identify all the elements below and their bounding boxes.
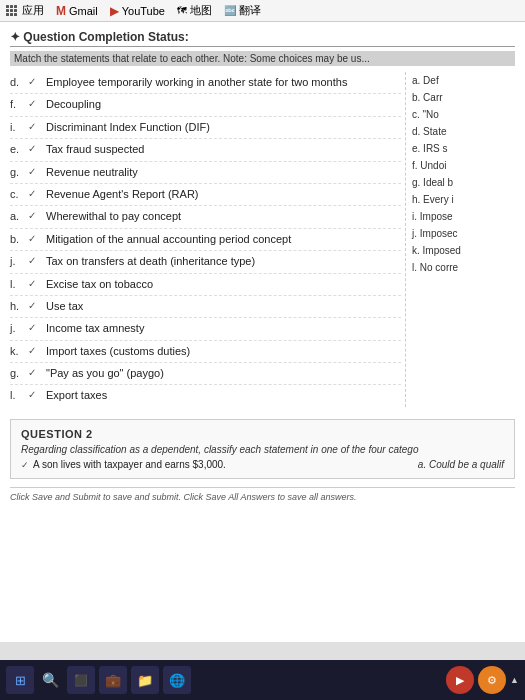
list-item: e. IRS s bbox=[412, 140, 515, 157]
question-text: Excise tax on tobacco bbox=[46, 277, 401, 292]
taskbar-app-3[interactable]: 🌐 bbox=[163, 666, 191, 694]
translate-button[interactable]: 🔤 翻译 bbox=[224, 3, 261, 18]
system-tray: ▲ bbox=[510, 675, 519, 685]
completion-header: ✦ Question Completion Status: bbox=[10, 30, 515, 47]
question-text: Decoupling bbox=[46, 97, 401, 112]
translate-icon: 🔤 bbox=[224, 5, 236, 16]
table-row: b. ✓ Mitigation of the annual accounting… bbox=[10, 229, 401, 251]
list-item: f. Undoi bbox=[412, 157, 515, 174]
taskbar-app-2[interactable]: 📁 bbox=[131, 666, 159, 694]
youtube-button[interactable]: ▶ YouTube bbox=[110, 4, 165, 18]
question2-section: QUESTION 2 Regarding classification as a… bbox=[10, 419, 515, 479]
list-item: c. "No bbox=[412, 106, 515, 123]
table-row: g. ✓ Revenue neutrality bbox=[10, 162, 401, 184]
question-text: Discriminant Index Function (DIF) bbox=[46, 120, 401, 135]
table-row: g. ✓ "Pay as you go" (paygo) bbox=[10, 363, 401, 385]
question-text: Income tax amnesty bbox=[46, 321, 401, 336]
table-row: f. ✓ Decoupling bbox=[10, 94, 401, 116]
top-taskbar: 应用 M Gmail ▶ YouTube 🗺 地图 🔤 翻译 bbox=[0, 0, 525, 22]
chevron-icon: ✓ bbox=[21, 460, 29, 470]
check-icon[interactable]: ✓ bbox=[28, 120, 46, 132]
question-text: Mitigation of the annual accounting peri… bbox=[46, 232, 401, 247]
check-icon[interactable]: ✓ bbox=[28, 254, 46, 266]
question-text: Wherewithal to pay concept bbox=[46, 209, 401, 224]
gmail-label: Gmail bbox=[69, 5, 98, 17]
question-letter: l. bbox=[10, 277, 28, 290]
list-item: h. Every i bbox=[412, 191, 515, 208]
apps-label: 应用 bbox=[22, 3, 44, 18]
taskbar-app-1[interactable]: 💼 bbox=[99, 666, 127, 694]
list-item: l. No corre bbox=[412, 259, 515, 276]
orange-app-icon: ⚙ bbox=[487, 674, 497, 687]
question-letter: k. bbox=[10, 344, 28, 357]
check-icon[interactable]: ✓ bbox=[28, 75, 46, 87]
table-row: a. ✓ Wherewithal to pay concept bbox=[10, 206, 401, 228]
maps-icon: 🗺 bbox=[177, 5, 187, 16]
check-icon[interactable]: ✓ bbox=[28, 165, 46, 177]
taskbar-app-red[interactable]: ▶ bbox=[446, 666, 474, 694]
task-view-icon: ⬛ bbox=[74, 674, 88, 687]
question-letter: g. bbox=[10, 366, 28, 379]
apps-grid-button[interactable]: 应用 bbox=[6, 3, 44, 18]
table-row: c. ✓ Revenue Agent's Report (RAR) bbox=[10, 184, 401, 206]
check-icon[interactable]: ✓ bbox=[28, 209, 46, 221]
matching-section: d. ✓ Employee temporarily working in ano… bbox=[10, 72, 515, 407]
windows-icon: ⊞ bbox=[15, 673, 26, 688]
check-icon[interactable]: ✓ bbox=[28, 344, 46, 356]
table-row: l. ✓ Excise tax on tobacco bbox=[10, 274, 401, 296]
check-icon[interactable]: ✓ bbox=[28, 366, 46, 378]
check-icon[interactable]: ✓ bbox=[28, 277, 46, 289]
table-row: j. ✓ Income tax amnesty bbox=[10, 318, 401, 340]
search-button[interactable]: 🔍 bbox=[38, 670, 63, 690]
list-item: i. Impose bbox=[412, 208, 515, 225]
youtube-icon: ▶ bbox=[110, 4, 119, 18]
question-text: Revenue Agent's Report (RAR) bbox=[46, 187, 401, 202]
table-row: l. ✓ Export taxes bbox=[10, 385, 401, 407]
bottom-notice: Click Save and Submit to save and submit… bbox=[10, 487, 515, 502]
list-item: b. Carr bbox=[412, 89, 515, 106]
translate-label: 翻译 bbox=[239, 3, 261, 18]
maps-button[interactable]: 🗺 地图 bbox=[177, 3, 212, 18]
check-icon[interactable]: ✓ bbox=[28, 142, 46, 154]
gmail-icon: M bbox=[56, 4, 66, 18]
table-row: j. ✓ Tax on transfers at death (inherita… bbox=[10, 251, 401, 273]
question-text: Use tax bbox=[46, 299, 401, 314]
search-icon: 🔍 bbox=[42, 672, 59, 688]
question-text: Revenue neutrality bbox=[46, 165, 401, 180]
question-letter: h. bbox=[10, 299, 28, 312]
table-row: h. ✓ Use tax bbox=[10, 296, 401, 318]
folder-icon: 📁 bbox=[137, 673, 153, 688]
answer-choices: a. Def b. Carr c. "No d. State e. IRS s … bbox=[405, 72, 515, 407]
check-icon[interactable]: ✓ bbox=[28, 321, 46, 333]
question-letter: b. bbox=[10, 232, 28, 245]
bottom-taskbar: ⊞ 🔍 ⬛ 💼 📁 🌐 ▶ ⚙ ▲ bbox=[0, 660, 525, 700]
question2-title: QUESTION 2 bbox=[21, 428, 504, 440]
tray-time: ▲ bbox=[510, 675, 519, 685]
check-icon[interactable]: ✓ bbox=[28, 232, 46, 244]
question-letter: j. bbox=[10, 321, 28, 334]
youtube-label: YouTube bbox=[122, 5, 165, 17]
check-icon[interactable]: ✓ bbox=[28, 97, 46, 109]
table-row: k. ✓ Import taxes (customs duties) bbox=[10, 341, 401, 363]
task-view-button[interactable]: ⬛ bbox=[67, 666, 95, 694]
question-letter: c. bbox=[10, 187, 28, 200]
windows-start-button[interactable]: ⊞ bbox=[6, 666, 34, 694]
question2-row-answer: a. Could be a qualif bbox=[410, 459, 504, 470]
list-item: d. State bbox=[412, 123, 515, 140]
red-app-icon: ▶ bbox=[456, 674, 464, 687]
browser-icon: 🌐 bbox=[169, 673, 185, 688]
questions-list: d. ✓ Employee temporarily working in ano… bbox=[10, 72, 401, 407]
question-text: Employee temporarily working in another … bbox=[46, 75, 401, 90]
maps-label: 地图 bbox=[190, 3, 212, 18]
gmail-button[interactable]: M Gmail bbox=[56, 4, 98, 18]
check-icon[interactable]: ✓ bbox=[28, 187, 46, 199]
table-row: d. ✓ Employee temporarily working in ano… bbox=[10, 72, 401, 94]
check-icon[interactable]: ✓ bbox=[28, 299, 46, 311]
taskbar-app-orange[interactable]: ⚙ bbox=[478, 666, 506, 694]
list-item: g. Ideal b bbox=[412, 174, 515, 191]
question-letter: f. bbox=[10, 97, 28, 110]
question-letter: d. bbox=[10, 75, 28, 88]
check-icon[interactable]: ✓ bbox=[28, 388, 46, 400]
table-row: e. ✓ Tax fraud suspected bbox=[10, 139, 401, 161]
question-letter: j. bbox=[10, 254, 28, 267]
